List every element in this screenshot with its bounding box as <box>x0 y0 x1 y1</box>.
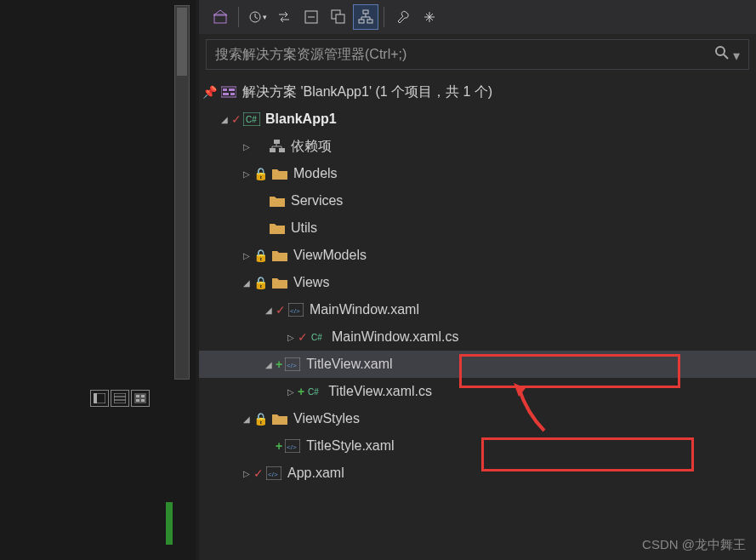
svg-rect-27 <box>223 89 227 91</box>
svg-rect-16 <box>336 14 344 23</box>
project-label: BlankApp1 <box>265 106 337 132</box>
folder-services[interactable]: Services <box>199 187 756 214</box>
swap-icon[interactable] <box>271 4 297 30</box>
project-node[interactable]: ✓ C# BlankApp1 <box>199 106 756 133</box>
expand-icon[interactable] <box>262 297 276 323</box>
view-mode-icons <box>90 390 150 407</box>
scrollbar-thumb[interactable] <box>177 8 187 76</box>
toolbar: ▾ <box>199 0 756 34</box>
folder-icon <box>271 410 288 427</box>
collapse-icon[interactable] <box>298 4 324 30</box>
folder-icon <box>269 220 286 237</box>
layout-single-icon[interactable] <box>90 390 109 407</box>
file-titlestyle[interactable]: + </> TitleStyle.xaml <box>199 432 756 460</box>
expand-icon[interactable] <box>240 270 253 296</box>
search-icon: ▾ <box>714 45 740 64</box>
expand-icon[interactable] <box>218 106 231 133</box>
search-placeholder: 搜索解决方案资源管理器(Ctrl+;) <box>215 46 406 64</box>
expand-icon[interactable] <box>284 324 298 351</box>
folder-icon <box>271 165 288 182</box>
file-titleview[interactable]: + </> TitleView.xaml <box>199 351 756 378</box>
expand-icon[interactable] <box>240 161 253 187</box>
watermark: CSDN @龙中舞王 <box>642 537 746 553</box>
folder-viewstyles[interactable]: 🔒 ViewStyles <box>199 405 756 432</box>
file-titleview-cs[interactable]: + C# TitleView.xaml.cs <box>199 378 756 405</box>
file-label: TitleView.xaml.cs <box>328 379 432 404</box>
folder-icon <box>269 192 286 209</box>
lock-icon: 🔒 <box>253 243 268 268</box>
svg-rect-9 <box>141 399 145 402</box>
scrollbar[interactable] <box>174 5 190 380</box>
dependencies-label: 依赖项 <box>291 134 332 159</box>
svg-text:</>: </> <box>268 471 278 478</box>
spark-icon[interactable] <box>417 4 442 30</box>
xaml-icon: </> <box>265 465 282 482</box>
file-mainwindow[interactable]: ✓ </> MainWindow.xaml <box>199 296 756 323</box>
folder-models[interactable]: 🔒 Models <box>199 160 756 187</box>
search-input[interactable]: 搜索解决方案资源管理器(Ctrl+;) ▾ <box>206 39 749 70</box>
solution-node[interactable]: 📌 解决方案 'BlankApp1' (1 个项目，共 1 个) <box>199 78 756 106</box>
expand-icon[interactable] <box>240 134 253 160</box>
layout-grid-icon[interactable] <box>131 390 150 407</box>
svg-rect-26 <box>221 87 236 97</box>
file-label: TitleStyle.xaml <box>306 433 394 459</box>
svg-rect-8 <box>136 399 139 402</box>
separator <box>238 7 239 27</box>
home-icon[interactable] <box>207 4 233 30</box>
svg-rect-29 <box>223 93 229 95</box>
svg-rect-2 <box>114 393 126 403</box>
svg-text:</>: </> <box>290 307 300 315</box>
check-icon: ✓ <box>253 460 264 486</box>
svg-rect-5 <box>134 393 146 403</box>
folder-views[interactable]: 🔒 Views <box>199 269 756 296</box>
expand-icon[interactable] <box>240 406 253 432</box>
xaml-icon: </> <box>284 437 301 454</box>
svg-rect-18 <box>359 20 364 23</box>
solution-label: 解决方案 'BlankApp1' (1 个项目，共 1 个) <box>242 79 492 105</box>
dependencies-node[interactable]: 依赖项 <box>199 133 756 160</box>
file-label: MainWindow.xaml.cs <box>332 324 458 350</box>
svg-text:C#: C# <box>311 333 322 342</box>
hierarchy-icon[interactable] <box>353 4 378 30</box>
folder-label: Utils <box>291 215 317 241</box>
file-mainwindow-cs[interactable]: ✓ C# MainWindow.xaml.cs <box>199 323 756 351</box>
lock-icon: 🔒 <box>253 406 268 431</box>
check-icon: ✓ <box>231 106 242 132</box>
folder-icon <box>271 247 288 264</box>
separator <box>384 7 384 27</box>
csharp-icon: C# <box>310 329 327 346</box>
svg-rect-28 <box>229 89 235 91</box>
svg-rect-19 <box>367 20 372 23</box>
annotation-arrow <box>510 380 544 422</box>
svg-rect-17 <box>363 10 368 14</box>
expand-icon[interactable] <box>240 460 253 487</box>
csharp-project-icon: C# <box>243 111 260 128</box>
sync-icon[interactable] <box>326 4 351 30</box>
xaml-icon: </> <box>284 356 301 373</box>
file-label: TitleView.xaml <box>306 351 392 377</box>
folder-utils[interactable]: Utils <box>199 214 756 242</box>
svg-rect-33 <box>274 140 280 144</box>
history-icon[interactable]: ▾ <box>244 4 270 30</box>
file-label: App.xaml <box>287 460 344 486</box>
check-icon: ✓ <box>276 297 286 323</box>
svg-rect-34 <box>270 148 276 152</box>
file-app[interactable]: ✓ </> App.xaml <box>199 460 756 487</box>
wrench-icon[interactable] <box>389 4 415 30</box>
folder-label: ViewModels <box>293 243 367 268</box>
svg-rect-30 <box>230 93 235 95</box>
folder-label: Models <box>293 161 338 186</box>
file-label: MainWindow.xaml <box>310 297 419 323</box>
expand-icon[interactable] <box>240 243 253 269</box>
plus-icon: + <box>298 379 304 404</box>
folder-viewmodels[interactable]: 🔒 ViewModels <box>199 242 756 269</box>
editor-pane <box>0 0 196 560</box>
expand-icon[interactable] <box>284 379 298 405</box>
pin-icon: 📌 <box>202 79 217 105</box>
expand-icon[interactable] <box>262 351 276 378</box>
folder-label: Services <box>291 188 343 214</box>
check-icon: ✓ <box>298 324 308 350</box>
solution-tree: 📌 解决方案 'BlankApp1' (1 个项目，共 1 个) ✓ C# Bl… <box>199 75 756 487</box>
svg-rect-7 <box>141 395 145 397</box>
layout-split-icon[interactable] <box>111 390 129 407</box>
